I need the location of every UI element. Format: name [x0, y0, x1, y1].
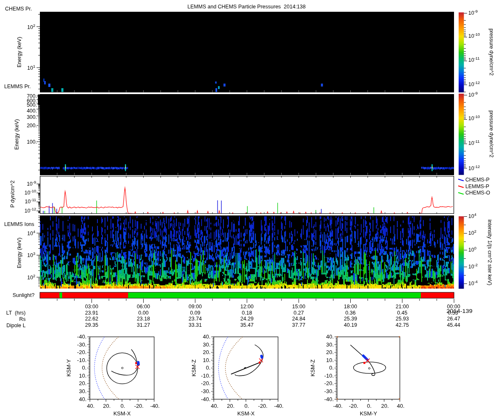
- svg-text:102: 102: [27, 273, 35, 281]
- svg-text:pressure dyne/cm^2: pressure dyne/cm^2: [488, 110, 494, 158]
- svg-text:0.27: 0.27: [294, 310, 304, 316]
- svg-text:Energy (keV): Energy (keV): [14, 119, 20, 150]
- svg-text:10-10: 10-10: [24, 189, 36, 196]
- svg-text:37.77: 37.77: [292, 322, 305, 328]
- svg-text:0.: 0.: [121, 403, 125, 409]
- svg-text:Sunlight?: Sunlight?: [13, 292, 34, 298]
- svg-text:20.: 20.: [227, 403, 234, 409]
- svg-text:10-12: 10-12: [468, 164, 480, 171]
- svg-text:-30.: -30.: [77, 341, 87, 348]
- svg-text:18:00: 18:00: [344, 304, 357, 310]
- svg-text:10-9: 10-9: [468, 91, 478, 98]
- svg-text:Rs: Rs: [19, 316, 26, 322]
- svg-text:-40.: -40.: [150, 403, 160, 409]
- svg-text:0.: 0.: [206, 365, 210, 371]
- svg-text:09:00: 09:00: [189, 304, 202, 310]
- svg-text:Energy (keV): Energy (keV): [16, 37, 22, 68]
- svg-text:KSM-Y: KSM-Y: [360, 410, 378, 417]
- svg-text:-40.: -40.: [77, 333, 87, 340]
- svg-text:-10.: -10.: [201, 373, 210, 379]
- svg-text:12:00: 12:00: [240, 304, 253, 310]
- svg-text:KSM-Y: KSM-Y: [66, 359, 72, 377]
- svg-text:100: 100: [468, 246, 476, 253]
- svg-text:0.09: 0.09: [190, 310, 200, 316]
- svg-text:-30.: -30.: [324, 388, 333, 394]
- svg-text:06:00: 06:00: [137, 304, 150, 310]
- svg-text:23.74: 23.74: [189, 316, 202, 322]
- svg-text:LEMMS Pr.: LEMMS Pr.: [4, 84, 31, 89]
- svg-text:102: 102: [27, 23, 35, 30]
- svg-text:40.: 40.: [79, 396, 87, 402]
- svg-text:pressure dyne/cm^2: pressure dyne/cm^2: [488, 29, 494, 76]
- svg-text:-10.: -10.: [324, 373, 333, 379]
- svg-text:103: 103: [27, 251, 35, 258]
- svg-text:30.: 30.: [326, 341, 333, 348]
- svg-text:-40.: -40.: [324, 396, 333, 402]
- svg-text:26.47: 26.47: [447, 316, 460, 322]
- svg-text:500.: 500.: [27, 102, 37, 108]
- svg-text:KSM-X: KSM-X: [113, 410, 131, 417]
- svg-text:21:00: 21:00: [396, 304, 409, 310]
- svg-text:KSM-Z: KSM-Z: [191, 360, 197, 377]
- svg-text:10-4: 10-4: [468, 279, 478, 286]
- svg-text:0.: 0.: [244, 403, 249, 409]
- svg-text:29.35: 29.35: [85, 322, 98, 328]
- svg-text:40.: 40.: [211, 403, 218, 409]
- svg-text:40.: 40.: [326, 333, 333, 340]
- svg-text:P dyn/cm^2: P dyn/cm^2: [10, 181, 16, 208]
- svg-text:-40.: -40.: [333, 403, 342, 409]
- svg-text:Energy (keV): Energy (keV): [16, 238, 22, 268]
- svg-text:Dipole L: Dipole L: [6, 323, 26, 328]
- svg-text:33.31: 33.31: [189, 322, 202, 328]
- svg-text:0.45: 0.45: [397, 310, 407, 316]
- svg-text:104: 104: [468, 212, 476, 219]
- svg-text:30.: 30.: [203, 341, 210, 348]
- svg-text:-20.: -20.: [349, 403, 358, 409]
- svg-text:10-2: 10-2: [468, 262, 478, 270]
- svg-text:20.: 20.: [79, 380, 87, 386]
- svg-text:23.18: 23.18: [137, 316, 150, 322]
- svg-text:2014-139: 2014-139: [446, 308, 472, 314]
- svg-text:10-11: 10-11: [468, 56, 480, 63]
- svg-text:23.91: 23.91: [85, 310, 98, 316]
- svg-text:0.: 0.: [329, 365, 334, 371]
- svg-text:0.36: 0.36: [345, 310, 355, 316]
- svg-text:CHEMS-O: CHEMS-O: [465, 190, 490, 196]
- svg-text:10-11: 10-11: [25, 197, 36, 205]
- svg-text:03:00: 03:00: [85, 304, 98, 310]
- svg-text:20.: 20.: [381, 403, 389, 409]
- svg-text:LT (hrs): LT (hrs): [6, 310, 26, 316]
- svg-text:CHEMS Pr.: CHEMS Pr.: [5, 6, 32, 12]
- svg-text:40.: 40.: [87, 403, 94, 409]
- svg-text:LEMMS Ions: LEMMS Ions: [4, 221, 34, 227]
- svg-text:40.: 40.: [203, 333, 210, 340]
- svg-text:-30.: -30.: [201, 388, 210, 394]
- svg-text:KSM-X: KSM-X: [237, 410, 255, 417]
- svg-text:10-12: 10-12: [468, 80, 480, 87]
- svg-text:-10.: -10.: [77, 357, 87, 363]
- svg-text:LEMMS-P: LEMMS-P: [465, 184, 489, 189]
- svg-text:400.: 400.: [27, 108, 37, 114]
- svg-text:10-10: 10-10: [468, 114, 480, 121]
- svg-text:22.62: 22.62: [85, 316, 98, 322]
- svg-text:100.: 100.: [27, 139, 37, 145]
- svg-text:24.29: 24.29: [240, 316, 253, 322]
- svg-text:102: 102: [468, 229, 476, 236]
- svg-text:10.: 10.: [203, 357, 210, 363]
- svg-text:20.: 20.: [103, 403, 110, 409]
- svg-text:300.: 300.: [27, 114, 37, 120]
- svg-text:0.: 0.: [367, 403, 372, 409]
- svg-text:LEMMS and CHEMS Particle Press: LEMMS and CHEMS Particle Pressures 2014:…: [187, 4, 305, 10]
- svg-text:20.: 20.: [326, 349, 333, 355]
- svg-text:24.84: 24.84: [292, 316, 305, 322]
- svg-text:15:00: 15:00: [292, 304, 305, 310]
- svg-text:0.: 0.: [82, 365, 87, 371]
- svg-text:-40.: -40.: [201, 396, 210, 402]
- svg-text:-20.: -20.: [77, 349, 87, 355]
- svg-text:KSM-Z: KSM-Z: [310, 360, 316, 377]
- svg-text:0.00: 0.00: [138, 310, 148, 316]
- svg-text:-40.: -40.: [274, 403, 284, 409]
- svg-text:45.44: 45.44: [447, 322, 460, 328]
- svg-text:10-9: 10-9: [27, 180, 36, 187]
- svg-text:-20.: -20.: [134, 403, 144, 409]
